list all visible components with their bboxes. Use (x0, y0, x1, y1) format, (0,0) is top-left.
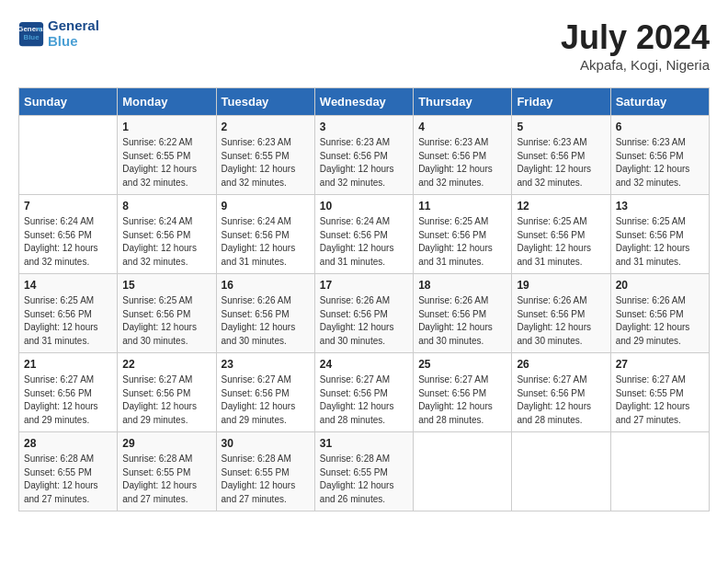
calendar-cell: 29Sunrise: 6:28 AM Sunset: 6:55 PM Dayli… (118, 432, 216, 511)
day-info: Sunrise: 6:27 AM Sunset: 6:56 PM Dayligh… (122, 373, 210, 427)
day-info: Sunrise: 6:27 AM Sunset: 6:56 PM Dayligh… (320, 373, 408, 427)
day-number: 12 (517, 200, 605, 213)
calendar-cell (19, 116, 118, 195)
day-number: 4 (418, 121, 506, 133)
day-info: Sunrise: 6:24 AM Sunset: 6:56 PM Dayligh… (222, 215, 310, 269)
day-info: Sunrise: 6:26 AM Sunset: 6:56 PM Dayligh… (222, 294, 310, 348)
day-info: Sunrise: 6:24 AM Sunset: 6:56 PM Dayligh… (122, 215, 210, 269)
col-header-thursday: Thursday (414, 88, 512, 116)
calendar-cell: 4Sunrise: 6:23 AM Sunset: 6:56 PM Daylig… (414, 116, 512, 195)
day-number: 14 (24, 279, 112, 292)
day-info: Sunrise: 6:25 AM Sunset: 6:56 PM Dayligh… (616, 215, 704, 269)
calendar-cell: 13Sunrise: 6:25 AM Sunset: 6:56 PM Dayli… (610, 195, 709, 274)
day-info: Sunrise: 6:25 AM Sunset: 6:56 PM Dayligh… (122, 294, 210, 348)
title-block: July 2024 Akpafa, Kogi, Nigeria (561, 18, 710, 73)
calendar-cell: 9Sunrise: 6:24 AM Sunset: 6:56 PM Daylig… (216, 195, 314, 274)
calendar-cell: 30Sunrise: 6:28 AM Sunset: 6:55 PM Dayli… (216, 432, 314, 511)
day-number: 19 (517, 279, 605, 292)
day-info: Sunrise: 6:23 AM Sunset: 6:56 PM Dayligh… (517, 136, 605, 190)
header-row: SundayMondayTuesdayWednesdayThursdayFrid… (19, 88, 710, 116)
day-info: Sunrise: 6:24 AM Sunset: 6:56 PM Dayligh… (24, 215, 112, 269)
calendar-cell: 25Sunrise: 6:27 AM Sunset: 6:56 PM Dayli… (414, 353, 512, 432)
month-title: July 2024 (561, 18, 710, 57)
day-number: 29 (122, 437, 210, 450)
day-info: Sunrise: 6:26 AM Sunset: 6:56 PM Dayligh… (320, 294, 408, 348)
day-info: Sunrise: 6:22 AM Sunset: 6:55 PM Dayligh… (122, 136, 210, 190)
logo: General Blue General Blue (18, 18, 99, 49)
col-header-monday: Monday (118, 88, 216, 116)
day-number: 20 (616, 279, 704, 292)
day-info: Sunrise: 6:27 AM Sunset: 6:55 PM Dayligh… (616, 373, 704, 427)
day-info: Sunrise: 6:26 AM Sunset: 6:56 PM Dayligh… (616, 294, 704, 348)
calendar-cell: 11Sunrise: 6:25 AM Sunset: 6:56 PM Dayli… (414, 195, 512, 274)
page-header: General Blue General Blue July 2024 Akpa… (18, 18, 710, 73)
calendar-cell: 19Sunrise: 6:26 AM Sunset: 6:56 PM Dayli… (512, 274, 610, 353)
week-row-5: 28Sunrise: 6:28 AM Sunset: 6:55 PM Dayli… (19, 432, 710, 511)
col-header-tuesday: Tuesday (216, 88, 314, 116)
day-number: 6 (616, 121, 704, 133)
day-number: 31 (320, 437, 408, 450)
day-number: 3 (320, 121, 408, 133)
day-number: 25 (418, 358, 506, 371)
calendar-cell: 3Sunrise: 6:23 AM Sunset: 6:56 PM Daylig… (314, 116, 413, 195)
day-number: 21 (24, 358, 112, 371)
calendar-cell: 28Sunrise: 6:28 AM Sunset: 6:55 PM Dayli… (19, 432, 118, 511)
calendar-cell: 10Sunrise: 6:24 AM Sunset: 6:56 PM Dayli… (314, 195, 413, 274)
calendar-table: SundayMondayTuesdayWednesdayThursdayFrid… (18, 87, 710, 511)
day-number: 23 (222, 358, 310, 371)
calendar-cell: 1Sunrise: 6:22 AM Sunset: 6:55 PM Daylig… (118, 116, 216, 195)
calendar-cell: 22Sunrise: 6:27 AM Sunset: 6:56 PM Dayli… (118, 353, 216, 432)
day-info: Sunrise: 6:25 AM Sunset: 6:56 PM Dayligh… (517, 215, 605, 269)
calendar-cell: 31Sunrise: 6:28 AM Sunset: 6:55 PM Dayli… (314, 432, 413, 511)
logo-general: General (48, 18, 99, 34)
calendar-cell: 23Sunrise: 6:27 AM Sunset: 6:56 PM Dayli… (216, 353, 314, 432)
day-number: 10 (320, 200, 408, 213)
calendar-cell: 24Sunrise: 6:27 AM Sunset: 6:56 PM Dayli… (314, 353, 413, 432)
day-number: 30 (222, 437, 310, 450)
calendar-cell: 5Sunrise: 6:23 AM Sunset: 6:56 PM Daylig… (512, 116, 610, 195)
week-row-2: 7Sunrise: 6:24 AM Sunset: 6:56 PM Daylig… (19, 195, 710, 274)
day-info: Sunrise: 6:27 AM Sunset: 6:56 PM Dayligh… (418, 373, 506, 427)
day-number: 9 (222, 200, 310, 213)
col-header-saturday: Saturday (610, 88, 709, 116)
day-number: 26 (517, 358, 605, 371)
week-row-3: 14Sunrise: 6:25 AM Sunset: 6:56 PM Dayli… (19, 274, 710, 353)
calendar-cell: 12Sunrise: 6:25 AM Sunset: 6:56 PM Dayli… (512, 195, 610, 274)
day-number: 24 (320, 358, 408, 371)
week-row-1: 1Sunrise: 6:22 AM Sunset: 6:55 PM Daylig… (19, 116, 710, 195)
day-info: Sunrise: 6:28 AM Sunset: 6:55 PM Dayligh… (222, 453, 310, 506)
day-info: Sunrise: 6:24 AM Sunset: 6:56 PM Dayligh… (320, 215, 408, 269)
location: Akpafa, Kogi, Nigeria (561, 57, 710, 73)
day-number: 18 (418, 279, 506, 292)
calendar-cell: 7Sunrise: 6:24 AM Sunset: 6:56 PM Daylig… (19, 195, 118, 274)
day-info: Sunrise: 6:28 AM Sunset: 6:55 PM Dayligh… (122, 453, 210, 506)
calendar-cell: 17Sunrise: 6:26 AM Sunset: 6:56 PM Dayli… (314, 274, 413, 353)
calendar-cell: 18Sunrise: 6:26 AM Sunset: 6:56 PM Dayli… (414, 274, 512, 353)
day-number: 5 (517, 121, 605, 133)
day-info: Sunrise: 6:27 AM Sunset: 6:56 PM Dayligh… (517, 373, 605, 427)
day-number: 16 (222, 279, 310, 292)
day-number: 11 (418, 200, 506, 213)
calendar-cell: 15Sunrise: 6:25 AM Sunset: 6:56 PM Dayli… (118, 274, 216, 353)
day-number: 17 (320, 279, 408, 292)
calendar-cell: 27Sunrise: 6:27 AM Sunset: 6:55 PM Dayli… (610, 353, 709, 432)
day-info: Sunrise: 6:25 AM Sunset: 6:56 PM Dayligh… (24, 294, 112, 348)
calendar-cell: 2Sunrise: 6:23 AM Sunset: 6:55 PM Daylig… (216, 116, 314, 195)
calendar-cell (512, 432, 610, 511)
calendar-cell: 16Sunrise: 6:26 AM Sunset: 6:56 PM Dayli… (216, 274, 314, 353)
day-info: Sunrise: 6:28 AM Sunset: 6:55 PM Dayligh… (320, 453, 408, 506)
logo-icon: General Blue (18, 21, 44, 47)
day-number: 7 (24, 200, 112, 213)
day-info: Sunrise: 6:26 AM Sunset: 6:56 PM Dayligh… (418, 294, 506, 348)
svg-text:Blue: Blue (23, 33, 40, 41)
col-header-sunday: Sunday (19, 88, 118, 116)
day-info: Sunrise: 6:23 AM Sunset: 6:56 PM Dayligh… (418, 136, 506, 190)
day-info: Sunrise: 6:23 AM Sunset: 6:55 PM Dayligh… (222, 136, 310, 190)
calendar-cell (610, 432, 709, 511)
day-number: 1 (122, 121, 210, 133)
day-info: Sunrise: 6:26 AM Sunset: 6:56 PM Dayligh… (517, 294, 605, 348)
day-info: Sunrise: 6:25 AM Sunset: 6:56 PM Dayligh… (418, 215, 506, 269)
day-info: Sunrise: 6:23 AM Sunset: 6:56 PM Dayligh… (616, 136, 704, 190)
calendar-cell: 26Sunrise: 6:27 AM Sunset: 6:56 PM Dayli… (512, 353, 610, 432)
calendar-cell: 20Sunrise: 6:26 AM Sunset: 6:56 PM Dayli… (610, 274, 709, 353)
